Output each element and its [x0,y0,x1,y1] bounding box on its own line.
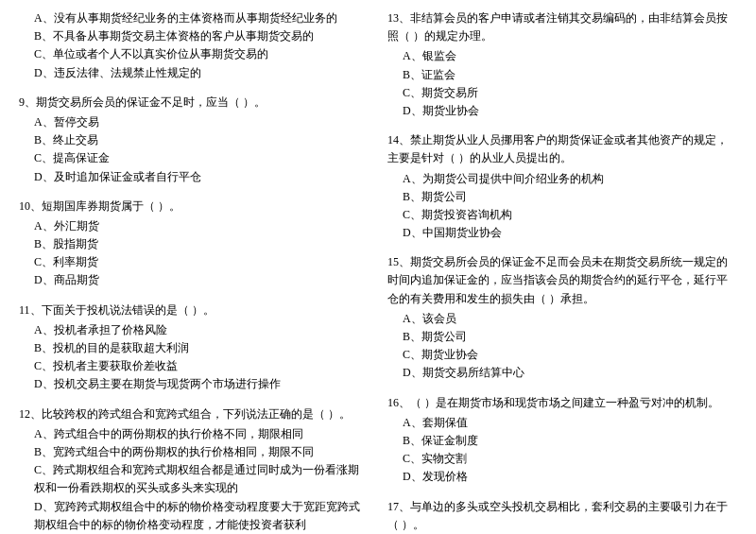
question-block-14: 14、禁止期货从业人员挪用客户的期货保证金或者其他资产的规定，主要是针对（ ）的… [387,131,737,242]
q15-option-b: B、期货公司 [387,328,737,346]
q16-option-c: C、实物交割 [387,450,737,468]
content-columns: A、没有从事期货经纪业务的主体资格而从事期货经纪业务的 B、不具备从事期货交易主… [19,9,737,534]
q15-option-d: D、期货交易所结算中心 [387,364,737,382]
q14-option-c: C、期货投资咨询机构 [387,206,737,224]
q10-option-a: A、外汇期货 [19,217,369,235]
q9-option-d: D、及时追加保证金或者自行平仓 [19,168,369,186]
question-title-17: 17、与单边的多头或空头投机交易相比，套利交易的主要吸引力在于（ ）。 [387,498,737,534]
q12-option-c: C、跨式期权组合和宽跨式期权组合都是通过同时成为一份看涨期权和一份看跌期权的买头… [19,461,369,497]
q15-option-c: C、期货业协会 [387,346,737,364]
question-title-15: 15、期货交易所会员的保证金不足而会员未在期货交易所统一规定的时间内追加保证金的… [387,253,737,308]
q14-option-d: D、中国期货业协会 [387,224,737,242]
q15-option-a: A、该会员 [387,310,737,328]
question-block-16: 16、（ ）是在期货市场和现货市场之间建立一种盈亏对冲的机制。 A、套期保值 B… [387,394,737,487]
right-column: 13、非结算会员的客户申请或者注销其交易编码的，由非结算会员按照（ ）的规定办理… [387,9,737,534]
question-block-17: 17、与单边的多头或空头投机交易相比，套利交易的主要吸引力在于（ ）。 A、风险… [387,498,737,535]
q12-option-a: A、跨式组合中的两份期权的执行价格不同，期限相同 [19,425,369,443]
q16-option-a: A、套期保值 [387,414,737,432]
question-title-9: 9、期货交易所会员的保证金不足时，应当（ ）。 [19,94,369,112]
left-column: A、没有从事期货经纪业务的主体资格而从事期货经纪业务的 B、不具备从事期货交易主… [19,9,369,534]
q14-option-a: A、为期货公司提供中间介绍业务的机构 [387,170,737,188]
question-block-10: 10、短期国库券期货属于（ ）。 A、外汇期货 B、股指期货 C、利率期货 D、… [19,198,369,290]
q13-option-b: B、证监会 [387,66,737,84]
question-title-12: 12、比较跨权的跨式组合和宽跨式组合，下列说法正确的是（ ）。 [19,405,369,423]
question-block-9: 9、期货交易所会员的保证金不足时，应当（ ）。 A、暂停交易 B、终止交易 C、… [19,94,369,186]
question-title-16: 16、（ ）是在期货市场和现货市场之间建立一种盈亏对冲的机制。 [387,394,737,412]
question-title-13: 13、非结算会员的客户申请或者注销其交易编码的，由非结算会员按照（ ）的规定办理… [387,9,737,45]
question-title-11: 11、下面关于投机说法错误的是（ ）。 [19,301,369,319]
q14-option-b: B、期货公司 [387,188,737,206]
q10-option-b: B、股指期货 [19,235,369,253]
q10-option-d: D、商品期货 [19,271,369,289]
q11-option-a: A、投机者承担了价格风险 [19,321,369,339]
q12-option-d: D、宽跨跨式期权组合中的标的物价格变动程度要大于宽距宽跨式期权组合中的标的物价格… [19,498,369,534]
question-block-12: 12、比较跨权的跨式组合和宽跨式组合，下列说法正确的是（ ）。 A、跨式组合中的… [19,405,369,534]
q11-option-c: C、投机者主要获取价差收益 [19,357,369,375]
q16-option-d: D、发现价格 [387,468,737,486]
q13-option-c: C、期货交易所 [387,84,737,102]
question-block-continuation: A、没有从事期货经纪业务的主体资格而从事期货经纪业务的 B、不具备从事期货交易主… [19,9,369,82]
question-title-14: 14、禁止期货从业人员挪用客户的期货保证金或者其他资产的规定，主要是针对（ ）的… [387,131,737,167]
option-a-cont: A、没有从事期货经纪业务的主体资格而从事期货经纪业务的 [19,9,369,27]
option-c-cont: C、单位或者个人不以真实价位从事期货交易的 [19,45,369,63]
q9-option-c: C、提高保证金 [19,149,369,167]
q10-option-c: C、利率期货 [19,253,369,271]
option-b-cont: B、不具备从事期货交易主体资格的客户从事期货交易的 [19,27,369,45]
q11-option-d: D、投机交易主要在期货与现货两个市场进行操作 [19,375,369,393]
question-block-13: 13、非结算会员的客户申请或者注销其交易编码的，由非结算会员按照（ ）的规定办理… [387,9,737,120]
q11-option-b: B、投机的目的是获取超大利润 [19,339,369,357]
option-d-cont: D、违反法律、法规禁止性规定的 [19,64,369,82]
question-title-10: 10、短期国库券期货属于（ ）。 [19,198,369,215]
q13-option-d: D、期货业协会 [387,102,737,120]
question-block-11: 11、下面关于投机说法错误的是（ ）。 A、投机者承担了价格风险 B、投机的目的… [19,301,369,394]
page-container: A、没有从事期货经纪业务的主体资格而从事期货经纪业务的 B、不具备从事期货交易主… [19,9,737,534]
q9-option-b: B、终止交易 [19,131,369,149]
q12-option-b: B、宽跨式组合中的两份期权的执行价格相同，期限不同 [19,443,369,461]
question-block-15: 15、期货交易所会员的保证金不足而会员未在期货交易所统一规定的时间内追加保证金的… [387,253,737,382]
q9-option-a: A、暂停交易 [19,113,369,131]
q16-option-b: B、保证金制度 [387,432,737,450]
q13-option-a: A、银监会 [387,47,737,65]
